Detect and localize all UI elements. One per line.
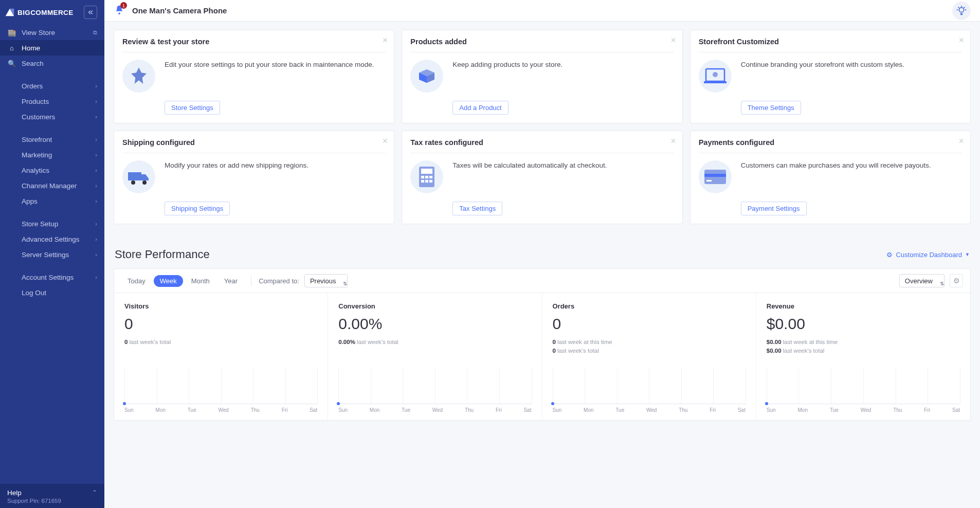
x-tick: Fri bbox=[282, 407, 288, 413]
chevron-right-icon: › bbox=[95, 221, 97, 227]
customize-dashboard-button[interactable]: ⚙ Customize Dashboard ▼ bbox=[886, 251, 970, 259]
sparkline-revenue: SunMonTueWedThuFriSat bbox=[756, 362, 970, 420]
metric-sub: 0.00%last week's total bbox=[338, 338, 531, 347]
sidebar-label: Advanced Settings bbox=[22, 235, 95, 243]
sidebar-label: View Store bbox=[22, 29, 93, 37]
help-label: Help bbox=[7, 489, 92, 497]
credit-card-icon bbox=[699, 160, 732, 193]
sidebar-item-customers[interactable]: Customers › bbox=[0, 109, 104, 124]
panel-settings-button[interactable]: ⚙ bbox=[950, 274, 963, 287]
close-icon[interactable]: × bbox=[958, 35, 964, 45]
card-action-button[interactable]: Tax Settings bbox=[452, 202, 502, 215]
sidebar-item-storefront[interactable]: Storefront › bbox=[0, 132, 104, 147]
sidebar-label: Marketing bbox=[22, 151, 95, 159]
x-tick: Thu bbox=[251, 407, 260, 413]
x-tick: Wed bbox=[432, 407, 443, 413]
svg-rect-12 bbox=[429, 176, 432, 178]
card-action-button[interactable]: Shipping Settings bbox=[165, 202, 230, 215]
card-description: Customers can make purchases and you wil… bbox=[741, 160, 962, 171]
x-axis: SunMonTueWedThuFriSat bbox=[338, 407, 531, 413]
sidebar-item-server-settings[interactable]: Server Settings › bbox=[0, 247, 104, 262]
chevron-right-icon: › bbox=[95, 152, 97, 158]
range-tab-week[interactable]: Week bbox=[154, 275, 183, 287]
range-tab-today[interactable]: Today bbox=[121, 275, 152, 287]
close-icon[interactable]: × bbox=[670, 136, 676, 146]
metric-sub: 0last week at this time bbox=[553, 338, 746, 347]
sidebar-item-log-out[interactable]: Log Out bbox=[0, 285, 104, 300]
setup-card-storefront-customized: × Storefront Customized Continue brandin… bbox=[690, 30, 971, 123]
sidebar-item-products[interactable]: Products › bbox=[0, 94, 104, 109]
sidebar-item-analytics[interactable]: Analytics › bbox=[0, 162, 104, 178]
sidebar-item-advanced-settings[interactable]: Advanced Settings › bbox=[0, 231, 104, 247]
external-link-icon: ⧉ bbox=[93, 29, 97, 36]
svg-rect-5 bbox=[128, 172, 141, 180]
sidebar-item-apps[interactable]: Apps › bbox=[0, 193, 104, 209]
card-action-button[interactable]: Theme Settings bbox=[741, 101, 801, 115]
metric-value: 0 bbox=[553, 315, 746, 333]
x-tick: Fri bbox=[924, 407, 930, 413]
ideas-button[interactable] bbox=[952, 2, 971, 20]
notifications-button[interactable]: 1 bbox=[114, 4, 125, 17]
support-pin: Support Pin: 671659 bbox=[7, 498, 92, 504]
sidebar-item-orders[interactable]: Orders › bbox=[0, 78, 104, 94]
x-tick: Tue bbox=[615, 407, 624, 413]
sidebar-item-search[interactable]: 🔍 Search bbox=[0, 56, 104, 71]
sidebar-item-channel-manager[interactable]: Channel Manager › bbox=[0, 178, 104, 193]
sidebar-item-account-settings[interactable]: Account Settings › bbox=[0, 269, 104, 285]
close-icon[interactable]: × bbox=[383, 136, 388, 146]
x-tick: Mon bbox=[370, 407, 379, 413]
chevron-right-icon: › bbox=[95, 136, 97, 142]
truck-icon bbox=[122, 160, 155, 193]
sidebar-label: Products bbox=[22, 98, 95, 105]
x-tick: Tue bbox=[830, 407, 839, 413]
caret-down-icon: ▼ bbox=[965, 252, 970, 257]
pin-value: 671659 bbox=[42, 498, 61, 504]
svg-rect-9 bbox=[421, 169, 432, 174]
laptop-icon bbox=[699, 60, 732, 93]
setup-cards: × Review & test your store Edit your sto… bbox=[114, 30, 971, 224]
chevron-right-icon: › bbox=[95, 183, 97, 189]
collapse-sidebar-button[interactable] bbox=[84, 6, 97, 19]
sidebar-item-store-setup[interactable]: Store Setup › bbox=[0, 216, 104, 231]
chevron-right-icon: › bbox=[95, 98, 97, 104]
date-range-tabs: TodayWeekMonthYear bbox=[121, 275, 244, 287]
card-action-button[interactable]: Store Settings bbox=[165, 101, 220, 115]
range-tab-year[interactable]: Year bbox=[218, 275, 244, 287]
metric-conversion: Conversion 0.00%0.00%last week's total bbox=[328, 293, 542, 362]
card-action-button[interactable]: Add a Product bbox=[452, 101, 508, 115]
x-tick: Thu bbox=[679, 407, 687, 413]
spark-area bbox=[338, 367, 531, 404]
setup-card-shipping-configured: × Shipping configured Modify your rates … bbox=[114, 131, 394, 224]
sidebar-label: Analytics bbox=[22, 167, 95, 174]
range-tab-month[interactable]: Month bbox=[185, 275, 216, 287]
x-tick: Fri bbox=[496, 407, 502, 413]
x-tick: Thu bbox=[893, 407, 902, 413]
metric-sub: $0.00last week's total bbox=[767, 347, 960, 355]
overview-value: Overview bbox=[905, 277, 933, 285]
sidebar-help[interactable]: Help Support Pin: 671659 ⌃ bbox=[0, 484, 104, 508]
calculator-icon bbox=[410, 160, 443, 193]
search-icon: 🔍 bbox=[7, 60, 16, 67]
compared-to-select[interactable]: Previous bbox=[304, 274, 348, 287]
card-description: Continue branding your storefront with c… bbox=[741, 60, 962, 70]
x-tick: Sat bbox=[738, 407, 746, 413]
sidebar-item-marketing[interactable]: Marketing › bbox=[0, 147, 104, 162]
chevron-right-icon: › bbox=[95, 274, 97, 280]
performance-panel: TodayWeekMonthYear Compared to: Previous… bbox=[114, 268, 971, 421]
sparkline-orders: SunMonTueWedThuFriSat bbox=[542, 362, 756, 420]
card-description: Taxes will be calculated automatically a… bbox=[452, 160, 674, 171]
metric-revenue: Revenue $0.00$0.00last week at this time… bbox=[756, 293, 970, 362]
close-icon[interactable]: × bbox=[383, 35, 388, 45]
svg-rect-10 bbox=[421, 176, 424, 178]
card-action-button[interactable]: Payment Settings bbox=[741, 202, 807, 215]
x-tick: Wed bbox=[861, 407, 871, 413]
close-icon[interactable]: × bbox=[670, 35, 676, 45]
sidebar-item-view-store[interactable]: 🏬 View Store ⧉ bbox=[0, 25, 104, 40]
overview-select[interactable]: Overview bbox=[899, 274, 945, 287]
sidebar-item-home[interactable]: ⌂ Home bbox=[0, 40, 104, 56]
setup-card-payments-configured: × Payments configured Customers can make… bbox=[690, 131, 971, 224]
x-tick: Sun bbox=[553, 407, 562, 413]
svg-point-0 bbox=[118, 13, 120, 15]
metric-value: 0 bbox=[124, 315, 317, 333]
close-icon[interactable]: × bbox=[958, 136, 964, 146]
